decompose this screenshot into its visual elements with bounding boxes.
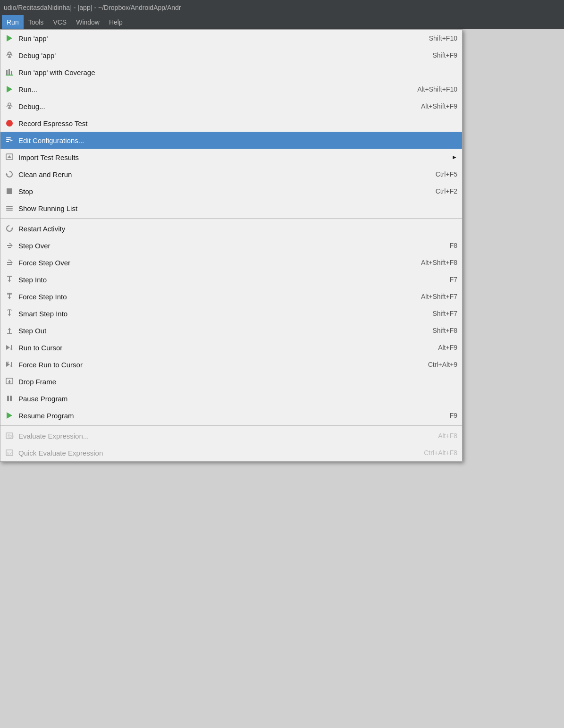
force-run-to-cursor-shortcut: Ctrl+Alt+9	[428, 361, 457, 368]
menu-run[interactable]: Run	[2, 15, 24, 29]
svg-point-13	[8, 103, 11, 106]
menu-item-edit-configurations[interactable]: Edit Configurations...	[0, 132, 462, 149]
step-over-icon	[4, 240, 15, 251]
menu-tools[interactable]: Tools	[24, 15, 49, 29]
svg-marker-12	[7, 86, 12, 93]
drop-frame-icon	[4, 376, 15, 387]
step-into-icon	[4, 274, 15, 285]
quick-eval-icon: f(x)	[4, 448, 15, 458]
smart-step-into-shortcut: Shift+F7	[432, 310, 457, 317]
debug-ellipsis-icon	[4, 101, 15, 111]
force-step-over-shortcut: Alt+Shift+F8	[421, 259, 457, 266]
force-step-over-label: Force Step Over	[18, 259, 402, 267]
evaluate-expression-shortcut: Alt+F8	[438, 432, 457, 440]
title-text: udio/RecitasdaNidinha] - [app] - ~/Dropb…	[4, 4, 181, 11]
svg-line-15	[11, 105, 12, 107]
menu-window[interactable]: Window	[71, 15, 104, 29]
clean-rerun-label: Clean and Rerun	[18, 170, 417, 178]
menu-item-force-run-to-cursor[interactable]: Force Run to Cursor Ctrl+Alt+9	[0, 356, 462, 373]
svg-rect-29	[6, 208, 13, 209]
menu-item-run-ellipsis[interactable]: Run... Alt+Shift+F10	[0, 81, 462, 98]
svg-marker-0	[7, 35, 12, 42]
run-ellipsis-icon	[4, 84, 15, 94]
svg-rect-27	[7, 188, 12, 194]
svg-marker-25	[8, 155, 11, 158]
menu-item-debug-ellipsis[interactable]: Debug... Alt+Shift+F9	[0, 98, 462, 115]
menu-item-force-step-into[interactable]: Force Step Into Alt+Shift+F7	[0, 288, 462, 305]
svg-line-50	[10, 349, 12, 350]
menu-item-clean-rerun[interactable]: Clean and Rerun Ctrl+F5	[0, 166, 462, 183]
run-coverage-label: Run 'app' with Coverage	[18, 68, 438, 76]
force-step-into-icon	[4, 291, 15, 302]
resume-program-shortcut: F9	[450, 412, 457, 419]
step-into-shortcut: F7	[450, 276, 457, 283]
run-to-cursor-shortcut: Alt+F9	[438, 344, 457, 351]
restart-icon	[4, 223, 15, 234]
svg-marker-44	[8, 314, 11, 316]
svg-rect-20	[6, 137, 11, 138]
menu-item-stop[interactable]: Stop Ctrl+F2	[0, 183, 462, 200]
svg-marker-46	[8, 328, 11, 330]
separator-1	[0, 218, 462, 219]
svg-marker-51	[6, 362, 10, 367]
menu-item-pause-program[interactable]: Pause Program	[0, 390, 462, 407]
stop-label: Stop	[18, 187, 417, 195]
menu-item-quick-evaluate: f(x) Quick Evaluate Expression Ctrl+Alt+…	[0, 444, 462, 461]
svg-text:f(x): f(x)	[7, 451, 13, 456]
menu-item-import-test-results[interactable]: Import Test Results ►	[0, 149, 462, 166]
quick-evaluate-shortcut: Ctrl+Alt+F8	[424, 449, 457, 457]
svg-marker-37	[8, 280, 11, 282]
pause-program-label: Pause Program	[18, 395, 438, 403]
run-to-cursor-label: Run to Cursor	[18, 344, 419, 352]
menu-item-restart-activity[interactable]: Restart Activity	[0, 220, 462, 237]
step-out-shortcut: Shift+F8	[432, 327, 457, 334]
menu-item-run-to-cursor[interactable]: Run to Cursor Alt+F9	[0, 339, 462, 356]
svg-marker-11	[6, 75, 13, 76]
separator-2	[0, 425, 462, 426]
run-ellipsis-label: Run...	[18, 85, 398, 93]
menu-vcs[interactable]: VCS	[48, 15, 71, 29]
import-icon	[4, 152, 15, 162]
menu-item-show-running[interactable]: Show Running List	[0, 200, 462, 217]
smart-step-into-label: Smart Step Into	[18, 310, 413, 318]
force-step-into-shortcut: Alt+Shift+F7	[421, 293, 457, 300]
svg-line-53	[10, 366, 12, 367]
menu-item-record-espresso[interactable]: Record Espresso Test	[0, 115, 462, 132]
run-app-label: Run 'app'	[18, 34, 410, 42]
svg-rect-10	[11, 71, 12, 75]
quick-evaluate-label: Quick Evaluate Expression	[18, 449, 405, 457]
menu-item-step-out[interactable]: Step Out Shift+F8	[0, 322, 462, 339]
title-bar: udio/RecitasdaNidinha] - [app] - ~/Dropb…	[0, 0, 564, 15]
record-icon	[4, 118, 15, 128]
run-dropdown-menu: Run 'app' Shift+F10 Debug 'app' Shift+F9	[0, 29, 463, 462]
restart-activity-label: Restart Activity	[18, 225, 438, 233]
menu-item-debug-app[interactable]: Debug 'app' Shift+F9	[0, 47, 462, 64]
menu-item-resume-program[interactable]: Resume Program F9	[0, 407, 462, 424]
step-out-label: Step Out	[18, 327, 413, 335]
menu-item-step-into[interactable]: Step Into F7	[0, 271, 462, 288]
force-step-over-icon	[4, 257, 15, 268]
svg-marker-40	[8, 297, 11, 299]
step-over-label: Step Over	[18, 242, 431, 250]
clean-rerun-shortcut: Ctrl+F5	[436, 170, 457, 178]
stop-icon	[4, 186, 15, 196]
edit-configurations-label: Edit Configurations...	[18, 136, 438, 144]
menu-item-run-app[interactable]: Run 'app' Shift+F10	[0, 30, 462, 47]
menu-item-drop-frame[interactable]: Drop Frame	[0, 373, 462, 390]
svg-rect-30	[6, 210, 13, 211]
menu-item-smart-step-into[interactable]: Smart Step Into Shift+F7	[0, 305, 462, 322]
menu-item-force-step-over[interactable]: Force Step Over Alt+Shift+F8	[0, 254, 462, 271]
import-test-label: Import Test Results	[18, 153, 429, 161]
submenu-arrow: ►	[452, 154, 457, 161]
svg-rect-58	[7, 396, 9, 401]
drop-frame-label: Drop Frame	[18, 378, 438, 386]
menu-help[interactable]: Help	[104, 15, 127, 29]
smart-step-into-icon	[4, 308, 15, 319]
run-to-cursor-icon	[4, 342, 15, 353]
pause-icon	[4, 393, 15, 404]
menu-item-run-coverage[interactable]: Run 'app' with Coverage	[0, 64, 462, 81]
force-step-into-label: Force Step Into	[18, 293, 402, 301]
menu-item-step-over[interactable]: Step Over F8	[0, 237, 462, 254]
resume-icon	[4, 410, 15, 421]
coverage-icon	[4, 67, 15, 77]
